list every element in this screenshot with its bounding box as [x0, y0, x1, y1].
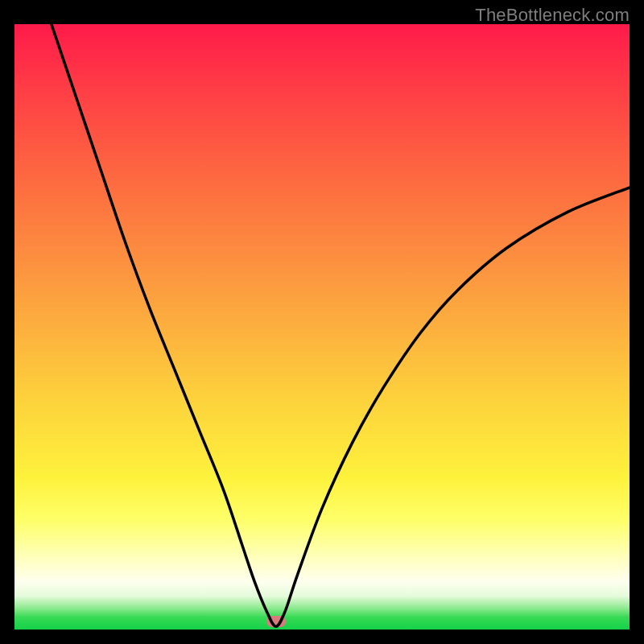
- frame-border-right: [630, 0, 644, 644]
- bottleneck-curve: [14, 24, 630, 630]
- frame-border-bottom: [0, 630, 644, 644]
- plot-area: [14, 24, 630, 630]
- watermark-text: TheBottleneck.com: [475, 5, 630, 26]
